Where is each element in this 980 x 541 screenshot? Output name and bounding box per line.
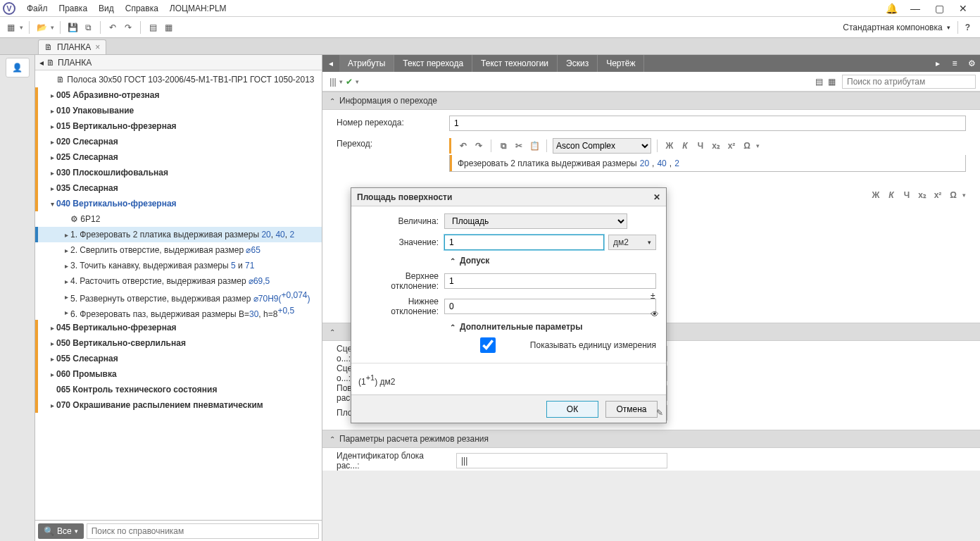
tree-op[interactable]: 065 Контроль технического состояния: [56, 385, 217, 394]
save-all-icon[interactable]: ⧉: [82, 21, 94, 34]
chevron-down-icon[interactable]: ▾: [947, 24, 950, 31]
tree-step-2[interactable]: 2. Сверлить отверстие, выдерживая размер…: [70, 245, 260, 255]
tree-op[interactable]: 025 Слесарная: [56, 152, 118, 162]
rt-redo-icon[interactable]: ↷: [472, 141, 485, 151]
underline-icon[interactable]: Ч: [694, 141, 707, 151]
tree-op[interactable]: 030 Плоскошлифовальная: [56, 168, 168, 178]
columns-icon[interactable]: |||: [327, 75, 339, 88]
superscript-icon[interactable]: x²: [725, 141, 738, 151]
new-doc-icon[interactable]: ▦: [4, 21, 17, 34]
omega-icon[interactable]: Ω: [947, 190, 960, 200]
tab-attributes[interactable]: Атрибуты: [339, 55, 394, 72]
chevron-left-icon[interactable]: ◂: [39, 58, 44, 68]
layout2-icon[interactable]: ▦: [825, 75, 838, 88]
layout1-icon[interactable]: ▤: [812, 75, 825, 88]
dialog-title-bar[interactable]: Площадь поверхности ✕: [351, 188, 666, 206]
tree-op[interactable]: 070 Окрашивание распылением пневматическ…: [56, 400, 263, 410]
tabs-prev[interactable]: ◂: [322, 55, 339, 72]
bold-icon[interactable]: Ж: [869, 190, 882, 200]
omega-icon[interactable]: Ω: [741, 141, 753, 151]
rt-paste-icon[interactable]: 📋: [528, 141, 541, 151]
tree-op[interactable]: 050 Вертикально-сверлильная: [56, 338, 186, 348]
close-button[interactable]: ✕: [955, 3, 972, 14]
step-text-editor[interactable]: Фрезеровать 2 платика выдерживая размеры…: [449, 155, 966, 172]
tree-step-1[interactable]: 1. Фрезеровать 2 платика выдерживая разм…: [70, 230, 294, 240]
tree-step-6[interactable]: 6. Фрезеровать паз, выдерживая размеры B…: [70, 306, 294, 319]
layout-label[interactable]: Стандартная компоновка: [843, 23, 942, 32]
tab-tech-text[interactable]: Текст технологии: [472, 55, 558, 72]
tolerance-header[interactable]: ⌃Допуск: [450, 256, 656, 266]
tab-drawing[interactable]: Чертёж: [598, 55, 644, 72]
tab-close-icon[interactable]: ×: [95, 42, 100, 52]
menu-view[interactable]: Вид: [93, 4, 120, 13]
tab-sketch[interactable]: Эскиз: [558, 55, 598, 72]
menu-edit[interactable]: Правка: [54, 4, 94, 13]
lower-dev-input[interactable]: [444, 299, 656, 314]
tree-step-5[interactable]: 5. Развернуть отверстие, выдерживая разм…: [70, 290, 310, 304]
subscript-icon[interactable]: x₂: [916, 190, 929, 200]
show-unit-checkbox[interactable]: [450, 337, 526, 353]
document-tab[interactable]: 🗎 ПЛАНКА ×: [38, 39, 106, 54]
plus-minus-icon[interactable]: ±: [651, 291, 659, 301]
subscript-icon[interactable]: x₂: [710, 141, 722, 151]
unit-select[interactable]: дм2▾: [608, 235, 656, 250]
tree-machine[interactable]: 6Р12: [80, 214, 100, 224]
tree-op[interactable]: 060 Промывка: [56, 369, 117, 379]
menu-help[interactable]: Справка: [120, 4, 164, 13]
open-icon[interactable]: 📂: [35, 21, 48, 34]
tabs-menu[interactable]: ≡: [946, 55, 963, 72]
reference-search-input[interactable]: [87, 523, 319, 539]
menu-file[interactable]: Файл: [21, 4, 54, 13]
tab-step-text[interactable]: Текст перехода: [394, 55, 472, 72]
amount-input[interactable]: [444, 235, 604, 250]
pencil-icon[interactable]: ✎: [656, 408, 663, 418]
cancel-button[interactable]: Отмена: [605, 401, 658, 418]
tree-body[interactable]: 🗎 Полоса 30х50 ГОСТ 103-2006/45-М1-ТВ1-П…: [35, 70, 322, 520]
search-all-button[interactable]: 🔍Все▾: [38, 523, 84, 539]
menu-plm[interactable]: ЛОЦМАН:PLM: [164, 4, 232, 13]
tree-op-expanded[interactable]: 040 Вертикально-фрезерная: [56, 199, 177, 209]
help-icon[interactable]: ?: [965, 23, 970, 32]
upper-dev-input[interactable]: [444, 273, 656, 289]
tree-op[interactable]: 035 Слесарная: [56, 183, 118, 193]
grid1-icon[interactable]: ▤: [146, 21, 159, 34]
section-step-info[interactable]: ⌃Информация о переходе: [322, 92, 980, 110]
rt-cut-icon[interactable]: ✂: [513, 141, 525, 151]
quantity-select[interactable]: Площадь: [444, 213, 627, 229]
underline-icon[interactable]: Ч: [900, 190, 913, 200]
tabs-next[interactable]: ▸: [929, 55, 946, 72]
attr-value[interactable]: |||: [456, 453, 667, 468]
bold-icon[interactable]: Ж: [663, 141, 676, 151]
bell-icon[interactable]: 🔔: [883, 3, 900, 14]
check-icon[interactable]: ✔: [343, 75, 356, 88]
tree-op[interactable]: 015 Вертикально-фрезерная: [56, 121, 177, 131]
eye-icon[interactable]: 👁: [651, 309, 659, 319]
italic-icon[interactable]: К: [885, 190, 898, 200]
tree-op[interactable]: 005 Абразивно-отрезная: [56, 90, 160, 100]
grid2-icon[interactable]: ▦: [162, 21, 175, 34]
undo-icon[interactable]: ↶: [106, 21, 119, 34]
tree-op[interactable]: 010 Упаковывание: [56, 106, 134, 116]
ok-button[interactable]: ОК: [546, 401, 598, 418]
dialog-close-icon[interactable]: ✕: [653, 192, 660, 202]
italic-icon[interactable]: К: [679, 141, 691, 151]
minimize-button[interactable]: —: [907, 3, 924, 14]
rt-undo-icon[interactable]: ↶: [457, 141, 470, 151]
attribute-search-input[interactable]: [842, 75, 976, 89]
left-tool-1[interactable]: 👤: [6, 58, 30, 77]
redo-icon[interactable]: ↷: [122, 21, 134, 34]
step-number-input[interactable]: [449, 116, 966, 131]
save-icon[interactable]: 💾: [66, 21, 79, 34]
maximize-button[interactable]: ▢: [931, 3, 948, 14]
rt-copy-icon[interactable]: ⧉: [497, 141, 510, 151]
font-select[interactable]: Ascon Complex: [553, 138, 651, 154]
tree-op[interactable]: 055 Слесарная: [56, 354, 118, 363]
tree-op[interactable]: 045 Вертикально-фрезерная: [56, 323, 177, 332]
superscript-icon[interactable]: x²: [931, 190, 944, 200]
tabs-settings-icon[interactable]: ⚙: [963, 55, 980, 72]
tree-op[interactable]: 020 Слесарная: [56, 137, 118, 147]
tree-step-4[interactable]: 4. Расточить отверстие, выдерживая разме…: [70, 276, 270, 286]
tree-step-3[interactable]: 3. Точить канавку, выдерживая размеры 5 …: [70, 261, 254, 270]
section-cutting-params[interactable]: ⌃Параметры расчета режимов резания: [322, 430, 980, 448]
extra-params-header[interactable]: ⌃Дополнительные параметры: [450, 322, 656, 332]
